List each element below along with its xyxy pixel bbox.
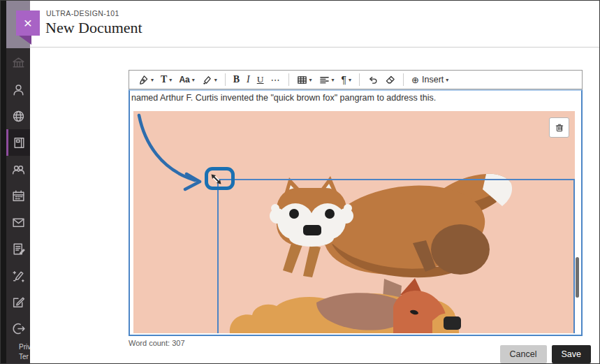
callout-arrow <box>133 111 575 333</box>
toolbar-separator <box>288 73 289 86</box>
bold-button[interactable]: B <box>230 71 243 88</box>
italic-label: I <box>247 74 250 85</box>
course-code: ULTRA-DESIGN-101 <box>46 9 119 17</box>
sidebar-item-messages[interactable] <box>6 209 30 235</box>
underline-button[interactable]: U <box>254 71 268 88</box>
pen-nib-icon <box>138 75 149 85</box>
remove-formatting-button[interactable] <box>381 71 399 88</box>
edit-square-icon <box>11 295 26 310</box>
sidebar-item-compose[interactable] <box>6 289 30 315</box>
person-icon <box>11 82 26 97</box>
insert-label: Insert <box>422 75 444 85</box>
delete-image-button[interactable] <box>549 117 569 138</box>
cancel-button[interactable]: Cancel <box>500 345 547 363</box>
chevron-down-icon: ▾ <box>192 77 195 83</box>
sidebar-item-activity-stream[interactable] <box>6 103 30 129</box>
sidebar-item-grades[interactable] <box>6 235 30 262</box>
text-align-button[interactable]: ▾ <box>316 71 338 88</box>
privacy-link[interactable]: Priv <box>19 342 30 352</box>
editor-text-line: named Arthur F. Curtis invented the "qui… <box>129 93 581 103</box>
close-icon: × <box>24 15 32 31</box>
marker-sparkle-icon <box>11 268 26 283</box>
page-title: New Document <box>45 19 142 37</box>
globe-icon <box>11 109 26 124</box>
chevron-down-icon: ▾ <box>169 77 172 83</box>
chevron-down-icon: ▾ <box>332 77 335 83</box>
text-style-button[interactable]: ▾ <box>135 71 157 88</box>
trash-icon <box>554 122 565 133</box>
chevron-down-icon: ▾ <box>309 77 312 83</box>
italic-button[interactable]: I <box>243 71 254 88</box>
font-size-label: Aa <box>179 75 189 85</box>
insert-table-button[interactable]: ▾ <box>293 71 316 88</box>
editor-toolbar: ▾ T ▾ Aa ▾ ▾ B I U <box>129 70 583 89</box>
bold-label: B <box>233 74 240 85</box>
chevron-down-icon: ▾ <box>349 77 351 83</box>
sidebar-item-tools[interactable] <box>6 262 30 289</box>
plus-circle-icon: ⊕ <box>411 75 419 85</box>
sidebar-item-sign-out[interactable] <box>6 315 30 342</box>
book-icon <box>12 136 27 150</box>
document-pencil-icon <box>11 242 26 256</box>
sign-out-icon <box>11 321 26 336</box>
font-family-label: T <box>161 74 167 85</box>
toolbar-separator <box>225 73 226 86</box>
ellipsis-icon: ⋯ <box>271 75 281 85</box>
chevron-down-icon: ▾ <box>214 77 217 83</box>
people-icon <box>11 162 26 177</box>
sidebar-item-institution[interactable] <box>6 50 30 76</box>
app-window: Priv Ter × ULTRA-DESIGN-101 New Document… <box>0 0 600 364</box>
inline-image[interactable] <box>133 111 575 333</box>
eraser-icon <box>385 75 395 85</box>
chevron-down-icon: ▾ <box>446 77 448 83</box>
footer-actions: Cancel Save <box>500 345 591 363</box>
resize-cursor-icon[interactable] <box>210 173 223 186</box>
undo-arrow-icon <box>367 75 378 85</box>
text-highlight-button[interactable]: ▾ <box>198 71 221 88</box>
sidebar-item-profile[interactable] <box>6 76 30 103</box>
paragraph-button[interactable]: ¶ ▾ <box>338 71 356 88</box>
font-family-button[interactable]: T ▾ <box>157 71 175 88</box>
panel-header: ULTRA-DESIGN-101 New Document <box>30 1 599 48</box>
editor-content-area[interactable]: named Arthur F. Curtis invented the "qui… <box>129 89 583 336</box>
toolbar-separator <box>359 73 360 86</box>
bank-icon <box>11 56 26 71</box>
marker-ink-icon <box>202 75 212 85</box>
align-left-icon <box>319 75 330 85</box>
sidebar-item-organizations[interactable] <box>6 156 30 182</box>
close-button[interactable]: × <box>16 10 40 36</box>
insert-button[interactable]: ⊕ Insert ▾ <box>408 71 452 88</box>
table-icon <box>297 75 307 85</box>
toolbar-separator <box>403 73 404 86</box>
sidebar-item-courses[interactable] <box>6 129 30 156</box>
save-button[interactable]: Save <box>552 345 592 363</box>
editor-scrollbar[interactable] <box>576 257 579 298</box>
paragraph-label: ¶ <box>342 74 347 85</box>
word-count: Word count: 307 <box>129 339 185 347</box>
underline-label: U <box>257 74 264 85</box>
calendar-icon <box>11 189 26 203</box>
document-panel: ▾ T ▾ Aa ▾ ▾ B I U <box>30 48 599 363</box>
envelope-icon <box>11 215 26 230</box>
window-left-rail <box>1 1 6 363</box>
undo-button[interactable] <box>364 71 381 88</box>
chevron-down-icon: ▾ <box>151 77 154 83</box>
sidebar-item-calendar[interactable] <box>6 182 30 209</box>
font-size-button[interactable]: Aa ▾ <box>175 71 198 88</box>
terms-link[interactable]: Ter <box>19 352 30 362</box>
more-formatting-button[interactable]: ⋯ <box>268 71 284 88</box>
base-nav-sidebar: Priv Ter <box>6 1 30 363</box>
